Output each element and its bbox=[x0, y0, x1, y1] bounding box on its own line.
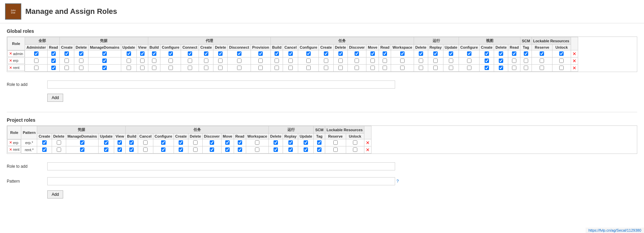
global-permission-checkbox[interactable] bbox=[499, 51, 503, 56]
project-permission-checkbox[interactable] bbox=[161, 147, 165, 152]
global-permission-checkbox[interactable] bbox=[324, 59, 328, 63]
global-permission-checkbox[interactable] bbox=[51, 59, 56, 63]
global-permission-checkbox[interactable] bbox=[275, 59, 279, 63]
global-permission-checkbox[interactable] bbox=[51, 66, 56, 70]
global-permission-checkbox[interactable] bbox=[524, 66, 528, 70]
global-permission-checkbox[interactable] bbox=[65, 66, 69, 70]
global-permission-checkbox[interactable] bbox=[499, 66, 503, 70]
global-permission-checkbox[interactable] bbox=[559, 59, 564, 63]
global-permission-checkbox[interactable] bbox=[65, 59, 69, 63]
project-permission-checkbox[interactable] bbox=[104, 147, 108, 152]
project-delete-button[interactable]: ✕ bbox=[366, 140, 370, 145]
project-permission-checkbox[interactable] bbox=[57, 140, 61, 145]
project-permission-checkbox[interactable] bbox=[193, 147, 198, 152]
global-permission-checkbox[interactable] bbox=[102, 51, 107, 56]
project-permission-checkbox[interactable] bbox=[255, 140, 259, 145]
global-permission-checkbox[interactable] bbox=[258, 51, 263, 56]
global-permission-checkbox[interactable] bbox=[449, 51, 453, 56]
global-permission-checkbox[interactable] bbox=[51, 51, 56, 56]
project-permission-checkbox[interactable] bbox=[143, 140, 148, 145]
project-add-button[interactable]: Add bbox=[47, 190, 63, 199]
global-permission-checkbox[interactable] bbox=[485, 51, 489, 56]
global-permission-checkbox[interactable] bbox=[383, 66, 387, 70]
project-permission-checkbox[interactable] bbox=[161, 140, 165, 145]
global-permission-checkbox[interactable] bbox=[400, 66, 405, 70]
project-permission-checkbox[interactable] bbox=[118, 140, 122, 145]
global-permission-checkbox[interactable] bbox=[140, 59, 145, 63]
global-permission-checkbox[interactable] bbox=[288, 51, 293, 56]
global-permission-checkbox[interactable] bbox=[512, 66, 516, 70]
project-permission-checkbox[interactable] bbox=[333, 140, 338, 145]
global-permission-checkbox[interactable] bbox=[467, 59, 471, 63]
project-permission-checkbox[interactable] bbox=[255, 147, 259, 152]
global-permission-checkbox[interactable] bbox=[188, 51, 192, 56]
project-permission-checkbox[interactable] bbox=[80, 140, 84, 145]
global-permission-checkbox[interactable] bbox=[449, 59, 453, 63]
global-delete-button[interactable]: ✕ bbox=[572, 58, 576, 64]
global-permission-checkbox[interactable] bbox=[306, 66, 311, 70]
project-permission-checkbox[interactable] bbox=[193, 140, 198, 145]
global-role-to-add-input[interactable] bbox=[47, 80, 395, 89]
global-permission-checkbox[interactable] bbox=[524, 59, 528, 63]
project-delete-button[interactable]: ✕ bbox=[366, 147, 370, 153]
global-permission-checkbox[interactable] bbox=[559, 51, 564, 56]
global-permission-checkbox[interactable] bbox=[540, 51, 544, 56]
project-permission-checkbox[interactable] bbox=[179, 147, 183, 152]
global-permission-checkbox[interactable] bbox=[419, 66, 423, 70]
project-delete-role-button[interactable]: ✕ bbox=[9, 147, 12, 152]
global-delete-role-button[interactable]: ✕ bbox=[9, 66, 12, 70]
global-permission-checkbox[interactable] bbox=[102, 66, 107, 70]
global-permission-checkbox[interactable] bbox=[306, 59, 311, 63]
global-permission-checkbox[interactable] bbox=[540, 59, 544, 63]
global-permission-checkbox[interactable] bbox=[400, 51, 405, 56]
project-permission-checkbox[interactable] bbox=[42, 147, 47, 152]
global-permission-checkbox[interactable] bbox=[433, 51, 438, 56]
global-permission-checkbox[interactable] bbox=[218, 59, 223, 63]
project-permission-checkbox[interactable] bbox=[304, 140, 308, 145]
project-permission-checkbox[interactable] bbox=[288, 140, 293, 145]
project-role-to-add-input[interactable] bbox=[47, 162, 395, 170]
global-permission-checkbox[interactable] bbox=[140, 51, 145, 56]
global-permission-checkbox[interactable] bbox=[152, 59, 156, 63]
global-permission-checkbox[interactable] bbox=[34, 66, 38, 70]
global-permission-checkbox[interactable] bbox=[433, 66, 438, 70]
global-permission-checkbox[interactable] bbox=[449, 66, 453, 70]
global-permission-checkbox[interactable] bbox=[288, 66, 293, 70]
global-permission-checkbox[interactable] bbox=[127, 51, 131, 56]
project-permission-checkbox[interactable] bbox=[129, 147, 134, 152]
project-permission-checkbox[interactable] bbox=[210, 140, 214, 145]
project-permission-checkbox[interactable] bbox=[80, 147, 84, 152]
global-permission-checkbox[interactable] bbox=[467, 51, 471, 56]
global-permission-checkbox[interactable] bbox=[237, 59, 241, 63]
global-add-button[interactable]: Add bbox=[47, 94, 63, 102]
global-permission-checkbox[interactable] bbox=[433, 59, 438, 63]
global-permission-checkbox[interactable] bbox=[383, 59, 387, 63]
global-permission-checkbox[interactable] bbox=[258, 66, 263, 70]
project-permission-checkbox[interactable] bbox=[238, 140, 242, 145]
global-permission-checkbox[interactable] bbox=[218, 51, 223, 56]
pattern-help-icon[interactable]: ? bbox=[396, 179, 399, 184]
global-permission-checkbox[interactable] bbox=[169, 66, 173, 70]
project-permission-checkbox[interactable] bbox=[274, 140, 278, 145]
global-permission-checkbox[interactable] bbox=[338, 51, 343, 56]
global-permission-checkbox[interactable] bbox=[355, 59, 359, 63]
global-permission-checkbox[interactable] bbox=[65, 51, 69, 56]
project-delete-role-button[interactable]: ✕ bbox=[9, 140, 12, 145]
global-permission-checkbox[interactable] bbox=[370, 59, 375, 63]
global-permission-checkbox[interactable] bbox=[127, 66, 131, 70]
project-permission-checkbox[interactable] bbox=[225, 147, 230, 152]
global-permission-checkbox[interactable] bbox=[102, 59, 107, 63]
project-permission-checkbox[interactable] bbox=[129, 140, 134, 145]
global-permission-checkbox[interactable] bbox=[258, 59, 263, 63]
project-permission-checkbox[interactable] bbox=[238, 147, 242, 152]
project-permission-checkbox[interactable] bbox=[333, 147, 338, 152]
global-permission-checkbox[interactable] bbox=[499, 59, 503, 63]
global-delete-button[interactable]: ✕ bbox=[572, 65, 576, 71]
global-permission-checkbox[interactable] bbox=[370, 51, 375, 56]
global-permission-checkbox[interactable] bbox=[355, 51, 359, 56]
global-delete-role-button[interactable]: ✕ bbox=[9, 51, 12, 56]
global-permission-checkbox[interactable] bbox=[512, 51, 516, 56]
global-permission-checkbox[interactable] bbox=[188, 59, 192, 63]
global-permission-checkbox[interactable] bbox=[127, 59, 131, 63]
global-permission-checkbox[interactable] bbox=[218, 66, 223, 70]
